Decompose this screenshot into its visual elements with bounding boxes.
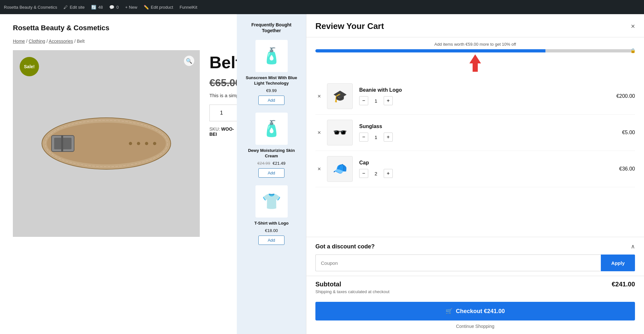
apply-coupon-button[interactable]: Apply — [601, 255, 635, 271]
cart-close-button[interactable]: × — [631, 23, 635, 30]
svg-point-5 — [137, 142, 140, 145]
remove-item-2-button[interactable]: ✕ — [315, 129, 323, 136]
qty-increase-3[interactable]: + — [384, 169, 393, 178]
sale-badge: Sale! — [20, 57, 39, 76]
product-info: Belt €65.00 This is a simp SKU: WOO-BEI — [209, 50, 237, 237]
edit-site-btn[interactable]: 🖊 Edit site — [63, 5, 84, 10]
cart-item-name-2: Sunglass — [359, 124, 622, 129]
cart-item-image-1: 🎓 — [327, 83, 353, 109]
edit-icon: ✏️ — [144, 5, 149, 10]
progress-bar-track: 🔒 — [315, 49, 635, 52]
cart-progress-text: Add items worth €59.00 more to get 10% o… — [315, 42, 635, 47]
fbt-item-name-1: Sunscreen Mist With Blue Light Technolog… — [242, 75, 301, 86]
svg-marker-10 — [469, 54, 481, 72]
product-image — [32, 95, 180, 192]
svg-point-6 — [145, 142, 148, 145]
subtotal-label: Subtotal — [315, 281, 341, 288]
qty-increase-1[interactable]: + — [384, 96, 393, 105]
plus-icon: + — [125, 5, 128, 10]
comment-icon: 💬 — [109, 5, 114, 10]
cart-item-image-3: 🧢 — [327, 156, 353, 182]
product-sku: SKU: WOO-BEI — [209, 126, 237, 137]
list-item: 🧴 Dewy Moisturizing Skin Cream €24.99 €2… — [242, 113, 301, 178]
subtotal-amount: €241.00 — [612, 281, 635, 288]
sku-label: SKU: — [209, 126, 220, 132]
list-item: 👕 T-Shirt with Logo €18.00 Add — [242, 185, 301, 245]
product-price: €65.00 — [209, 77, 237, 89]
discount-header[interactable]: Got a discount code? ∧ — [315, 243, 635, 250]
qty-decrease-3[interactable]: − — [359, 169, 368, 178]
pencil-icon: 🖊 — [63, 5, 68, 10]
qty-decrease-2[interactable]: − — [359, 133, 368, 142]
cart-item-details-3: Cap − 2 + — [359, 160, 619, 178]
product-description: This is a simp — [209, 93, 237, 98]
cart-item-qty-3: − 2 + — [359, 169, 619, 178]
product-page: Rosetta Beauty & Cosmetics Home / Clothi… — [0, 14, 237, 334]
site-name-label: Rosetta Beauty & Cosmetics — [4, 5, 57, 10]
page-wrapper: Rosetta Beauty & Cosmetics Home / Clothi… — [0, 14, 644, 334]
remove-item-3-button[interactable]: ✕ — [315, 165, 323, 173]
fbt-item-price-2: €24.99 €21.49 — [242, 161, 301, 166]
funnelkit-btn[interactable]: FunnelKit — [179, 5, 197, 10]
cart-progress-area: Add items worth €59.00 more to get 10% o… — [306, 37, 644, 74]
coupon-input-row: Apply — [315, 255, 635, 271]
fbt-new-price-2: €21.49 — [273, 161, 285, 166]
checkout-button[interactable]: 🛒 Checkout €241.00 — [315, 302, 635, 320]
revisions-btn[interactable]: 🔄 48 — [91, 5, 103, 10]
table-row: ✕ 🕶️ Sunglass − 1 + €5.00 — [315, 115, 635, 151]
qty-value-1: 1 — [373, 98, 379, 104]
continue-shopping-link[interactable]: Continue Shopping — [306, 324, 644, 334]
remove-item-1-button[interactable]: ✕ — [315, 92, 323, 100]
discount-title: Got a discount code? — [315, 243, 375, 250]
table-row: ✕ 🎓 Beanie with Logo − 1 + €200.00 — [315, 78, 635, 115]
svg-point-8 — [129, 142, 132, 145]
admin-bar: Rosetta Beauty & Cosmetics 🖊 Edit site 🔄… — [0, 0, 644, 14]
cart-icon: 🛒 — [446, 308, 453, 315]
fbt-add-btn-1[interactable]: Add — [258, 96, 284, 105]
fbt-add-btn-2[interactable]: Add — [258, 168, 284, 178]
cart-item-qty-2: − 1 + — [359, 133, 622, 142]
cart-item-qty-1: − 1 + — [359, 96, 616, 105]
fbt-add-btn-3[interactable]: Add — [258, 236, 284, 245]
discount-section: Got a discount code? ∧ Apply — [306, 237, 644, 276]
admin-site-name[interactable]: Rosetta Beauty & Cosmetics — [4, 5, 57, 10]
edit-product-btn[interactable]: ✏️ Edit product — [144, 5, 173, 10]
qty-decrease-1[interactable]: − — [359, 96, 368, 105]
comments-btn[interactable]: 💬 0 — [109, 5, 119, 10]
breadcrumb-accessories[interactable]: Accessories — [49, 39, 73, 44]
product-image-box: Sale! 🔍 — [13, 50, 200, 237]
coupon-input[interactable] — [315, 255, 601, 271]
progress-bar-fill — [315, 49, 545, 52]
qty-value-3: 2 — [373, 171, 379, 176]
chevron-up-icon: ∧ — [631, 243, 635, 250]
fbt-title: Frequently Bought Together — [242, 22, 301, 33]
product-area: Sale! 🔍 — [13, 50, 224, 237]
breadcrumb: Home / Clothing / Accessories / Belt — [13, 39, 224, 44]
red-arrow-icon — [469, 53, 482, 72]
fbt-panel: Frequently Bought Together 🧴 Sunscreen M… — [237, 14, 306, 334]
breadcrumb-current: Belt — [77, 39, 84, 44]
fbt-item-image-1: 🧴 — [255, 40, 288, 72]
qty-increase-2[interactable]: + — [384, 133, 393, 142]
progress-arrow — [315, 53, 635, 72]
fbt-item-price-3: €18.00 — [242, 228, 301, 233]
checkout-label: Checkout €241.00 — [456, 308, 505, 315]
table-row: ✕ 🧢 Cap − 2 + €36.00 — [315, 151, 635, 187]
cart-panel: Review Your Cart × Add items worth €59.0… — [306, 14, 644, 334]
cart-header: Review Your Cart × — [306, 14, 644, 37]
subtotal-row: Subtotal €241.00 — [315, 281, 635, 288]
fbt-item-name-2: Dewy Moisturizing Skin Cream — [242, 148, 301, 159]
svg-point-7 — [153, 142, 156, 145]
cart-item-details-2: Sunglass − 1 + — [359, 124, 622, 142]
zoom-icon[interactable]: 🔍 — [184, 56, 194, 66]
fbt-item-image-3: 👕 — [255, 185, 288, 218]
list-item: 🧴 Sunscreen Mist With Blue Light Technol… — [242, 40, 301, 105]
quantity-input[interactable] — [209, 105, 237, 121]
breadcrumb-clothing[interactable]: Clothing — [29, 39, 45, 44]
cart-item-price-2: €5.00 — [622, 130, 635, 135]
product-title: Belt — [209, 53, 237, 72]
breadcrumb-home[interactable]: Home — [13, 39, 25, 44]
cart-items-list: ✕ 🎓 Beanie with Logo − 1 + €200.00 ✕ 🕶️ — [306, 74, 644, 237]
new-btn[interactable]: + New — [125, 5, 137, 10]
cart-item-price-3: €36.00 — [619, 166, 635, 172]
